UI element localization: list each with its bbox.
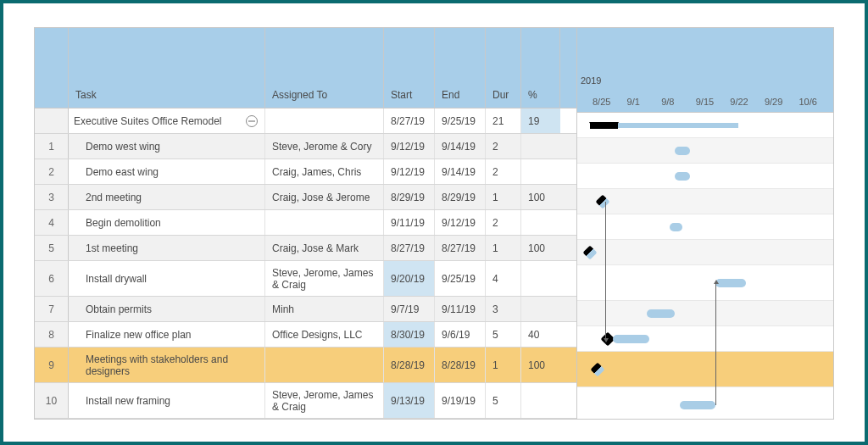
task-cell[interactable]: Meetings with stakeholders and designers: [69, 348, 265, 382]
duration-cell[interactable]: 2: [486, 159, 521, 184]
end-cell[interactable]: 9/11/19: [435, 297, 486, 321]
start-cell[interactable]: 9/12/19: [384, 134, 435, 159]
gantt-bar[interactable]: [675, 172, 690, 181]
end-cell[interactable]: 9/25/19: [435, 261, 486, 296]
duration-cell[interactable]: 5: [486, 322, 521, 347]
start-cell[interactable]: 8/30/19: [384, 322, 435, 347]
row-number[interactable]: 7: [35, 297, 69, 321]
gantt-row[interactable]: [577, 189, 833, 214]
start-cell[interactable]: 9/20/19: [384, 261, 435, 296]
table-row[interactable]: 6Install drywallSteve, Jerome, James & C…: [35, 261, 576, 297]
end-cell[interactable]: 8/28/19: [435, 348, 486, 382]
percent-cell[interactable]: 40: [521, 322, 560, 347]
duration-cell[interactable]: 3: [486, 297, 521, 321]
percent-cell[interactable]: [521, 159, 560, 184]
start-cell[interactable]: 9/11/19: [384, 210, 435, 235]
duration-cell[interactable]: 21: [486, 108, 521, 133]
start-cell[interactable]: 8/29/19: [384, 185, 435, 209]
task-cell[interactable]: Demo east wing: [69, 159, 265, 184]
end-cell[interactable]: 9/12/19: [435, 210, 486, 235]
gantt-milestone[interactable]: [591, 362, 605, 376]
table-row[interactable]: 7Obtain permitsMinh9/7/199/11/193: [35, 297, 576, 322]
start-cell[interactable]: 8/28/19: [384, 348, 435, 382]
gantt-row[interactable]: [577, 214, 833, 240]
assigned-cell[interactable]: Craig, James, Chris: [265, 159, 384, 184]
gantt-milestone[interactable]: [596, 194, 610, 209]
task-cell[interactable]: Executive Suites Office Remodel: [69, 108, 265, 133]
gantt-row[interactable]: [577, 301, 833, 326]
assigned-cell[interactable]: Office Designs, LLC: [265, 322, 384, 347]
row-number[interactable]: 1: [35, 134, 69, 159]
percent-cell[interactable]: 100: [521, 185, 560, 209]
assigned-cell[interactable]: [265, 210, 384, 235]
percent-cell[interactable]: 100: [521, 236, 560, 260]
end-cell[interactable]: 8/29/19: [435, 185, 486, 209]
col-header-assigned[interactable]: Assigned To: [265, 28, 384, 108]
row-number[interactable]: 5: [35, 236, 69, 260]
task-cell[interactable]: Demo west wing: [69, 134, 265, 159]
col-header-rownum[interactable]: [35, 28, 69, 108]
gantt-bar[interactable]: [613, 335, 648, 343]
col-header-end[interactable]: End: [435, 28, 486, 108]
table-row[interactable]: 1Demo west wingSteve, Jerome & Cory9/12/…: [35, 134, 576, 159]
gantt-row[interactable]: [577, 387, 833, 420]
duration-cell[interactable]: 1: [486, 185, 521, 209]
task-cell[interactable]: Install drywall: [69, 261, 265, 296]
percent-cell[interactable]: 19: [521, 108, 560, 133]
gantt-bar[interactable]: [715, 279, 746, 287]
row-number[interactable]: 6: [35, 261, 69, 296]
end-cell[interactable]: 8/27/19: [435, 236, 486, 260]
percent-cell[interactable]: [521, 383, 560, 418]
task-cell[interactable]: Begin demolition: [69, 210, 265, 235]
row-number[interactable]: 4: [35, 210, 69, 235]
assigned-cell[interactable]: Craig, Jose & Mark: [265, 236, 384, 260]
end-cell[interactable]: 9/14/19: [435, 134, 486, 159]
row-number[interactable]: 9: [35, 348, 69, 382]
col-header-dur[interactable]: Dur: [486, 28, 521, 108]
gantt-bar[interactable]: [680, 401, 715, 409]
end-cell[interactable]: 9/19/19: [435, 383, 486, 418]
start-cell[interactable]: 8/27/19: [384, 108, 435, 133]
percent-cell[interactable]: [521, 297, 560, 321]
end-cell[interactable]: 9/14/19: [435, 159, 486, 184]
task-cell[interactable]: 2nd meeting: [69, 185, 265, 209]
end-cell[interactable]: 9/25/19: [435, 108, 486, 133]
table-row[interactable]: 2Demo east wingCraig, James, Chris9/12/1…: [35, 159, 576, 185]
percent-cell[interactable]: [521, 134, 560, 159]
col-header-task[interactable]: Task: [69, 28, 265, 108]
task-cell[interactable]: 1st meeting: [69, 236, 265, 260]
gantt-milestone[interactable]: [583, 245, 598, 259]
task-cell[interactable]: Obtain permits: [69, 297, 265, 321]
gantt-row[interactable]: [577, 240, 833, 265]
start-cell[interactable]: 9/7/19: [384, 297, 435, 321]
table-row[interactable]: 32nd meetingCraig, Jose & Jerome8/29/198…: [35, 185, 576, 210]
duration-cell[interactable]: 4: [486, 261, 521, 296]
duration-cell[interactable]: 1: [486, 348, 521, 382]
assigned-cell[interactable]: [265, 348, 384, 382]
start-cell[interactable]: 8/27/19: [384, 236, 435, 260]
row-number[interactable]: 3: [35, 185, 69, 209]
start-cell[interactable]: 9/12/19: [384, 159, 435, 184]
task-cell[interactable]: Install new framing: [69, 383, 265, 418]
task-cell[interactable]: Finalize new office plan: [69, 322, 265, 347]
col-header-start[interactable]: Start: [384, 28, 435, 108]
gantt-row[interactable]: [577, 265, 833, 301]
duration-cell[interactable]: 2: [486, 210, 521, 235]
row-number[interactable]: 2: [35, 159, 69, 184]
gantt-row[interactable]: [577, 352, 833, 387]
assigned-cell[interactable]: Minh: [265, 297, 384, 321]
table-row[interactable]: 8Finalize new office planOffice Designs,…: [35, 322, 576, 348]
duration-cell[interactable]: 2: [486, 134, 521, 159]
row-number[interactable]: [35, 108, 69, 133]
table-row[interactable]: 9Meetings with stakeholders and designer…: [35, 348, 576, 383]
collapse-icon[interactable]: [246, 115, 258, 127]
table-row[interactable]: Executive Suites Office Remodel8/27/199/…: [35, 108, 576, 134]
gantt-row[interactable]: [577, 113, 833, 138]
col-header-pct[interactable]: %: [521, 28, 560, 108]
percent-cell[interactable]: [521, 210, 560, 235]
end-cell[interactable]: 9/6/19: [435, 322, 486, 347]
table-row[interactable]: 4Begin demolition9/11/199/12/192: [35, 210, 576, 236]
row-number[interactable]: 10: [35, 383, 69, 418]
table-row[interactable]: 10Install new framingSteve, Jerome, Jame…: [35, 383, 576, 419]
assigned-cell[interactable]: [265, 108, 384, 133]
